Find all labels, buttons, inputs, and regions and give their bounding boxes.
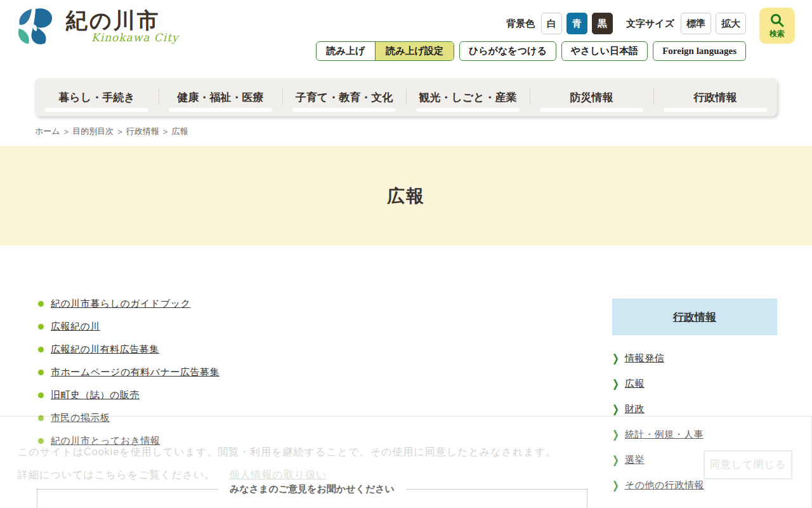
nav-underline <box>664 108 768 112</box>
list-item: 旧町史（誌）の販売 <box>38 391 219 400</box>
chevron-right-icon: ❯ <box>612 403 619 415</box>
list-item: ❯情報発信 <box>612 345 777 371</box>
bg-black-button[interactable]: 黒 <box>592 13 613 34</box>
cookie-message: このサイトはCookieを使用しています。閲覧・利用を継続することで、その使用に… <box>18 446 556 459</box>
nav-underline <box>169 108 273 112</box>
city-name: 紀の川市 <box>66 8 179 34</box>
accessibility-controls: 背景色 白 青 黒 文字サイズ 標準 拡大 <box>504 13 746 34</box>
sidebar-header[interactable]: 行政情報 <box>612 298 777 335</box>
search-button-label: 検索 <box>769 29 785 39</box>
easy-japanese-button[interactable]: やさしい日本語 <box>561 41 648 61</box>
title-banner: 広報 <box>0 146 812 246</box>
bullet-icon <box>38 392 44 398</box>
font-large-button[interactable]: 拡大 <box>716 13 746 34</box>
bg-white-button[interactable]: 白 <box>541 13 562 34</box>
nav-item-kenkou[interactable]: 健康・福祉・医療 <box>159 78 282 116</box>
nav-item-kurashi[interactable]: 暮らし・手続き <box>35 78 159 116</box>
font-standard-button[interactable]: 標準 <box>681 13 711 34</box>
site-header: 紀の川市 Kinokawa City 背景色 白 青 黒 文字サイズ 標準 拡大… <box>0 0 812 71</box>
search-icon <box>769 13 785 28</box>
read-aloud-group: 読み上げ 読み上げ設定 <box>316 41 454 61</box>
site-logo[interactable]: 紀の川市 Kinokawa City <box>13 8 179 48</box>
nav-item-gyousei[interactable]: 行政情報 <box>653 78 777 116</box>
link-paid-ads[interactable]: 広報紀の川有料広告募集 <box>51 344 159 356</box>
language-tools: 読み上げ 読み上げ設定 ひらがなをつける やさしい日本語 Foreign lan… <box>316 41 746 61</box>
sidebar-link-kouhou[interactable]: 広報 <box>625 378 645 390</box>
bullet-icon <box>38 301 44 307</box>
bullet-icon <box>38 370 44 375</box>
list-item: 広報紀の川有料広告募集 <box>38 345 219 354</box>
cookie-banner: このサイトはCookieを使用しています。閲覧・利用を継続することで、その使用に… <box>0 416 812 508</box>
page-title: 広報 <box>387 184 425 208</box>
search-button[interactable]: 検索 <box>759 8 795 44</box>
hiragana-button[interactable]: ひらがなをつける <box>459 41 556 61</box>
breadcrumb-gyousei[interactable]: 行政情報 <box>126 126 159 137</box>
list-item: 紀の川市暮らしのガイドブック <box>38 299 219 309</box>
breadcrumb-home[interactable]: ホーム <box>35 126 60 137</box>
list-item: ❯広報 <box>612 371 777 396</box>
nav-item-kosodate[interactable]: 子育て・教育・文化 <box>282 78 406 116</box>
nav-underline <box>540 108 644 112</box>
read-aloud-button[interactable]: 読み上げ <box>317 42 376 60</box>
background-color-label: 背景色 <box>506 18 535 30</box>
link-town-history[interactable]: 旧町史（誌）の販売 <box>51 389 140 401</box>
page: 紀の川市 Kinokawa City 背景色 白 青 黒 文字サイズ 標準 拡大… <box>0 0 812 508</box>
chevron-right-icon: ❯ <box>612 377 619 390</box>
list-item: 広報紀の川 <box>38 322 219 331</box>
cookie-detail: 詳細についてはこちらをご覧ください。個人情報の取り扱い <box>18 469 327 482</box>
font-size-label: 文字サイズ <box>626 18 674 30</box>
read-aloud-settings-button[interactable]: 読み上げ設定 <box>375 42 454 60</box>
bullet-icon <box>38 324 44 330</box>
bg-blue-button[interactable]: 青 <box>566 13 587 34</box>
city-name-english: Kinokawa City <box>91 31 179 44</box>
breadcrumb: ホーム > 目的別目次 > 行政情報 > 広報 <box>35 126 188 137</box>
sidebar-link-jouhou[interactable]: 情報発信 <box>625 352 664 364</box>
nav-underline <box>292 108 396 112</box>
privacy-policy-link[interactable]: 個人情報の取り扱い <box>229 469 327 480</box>
city-logo-icon <box>13 8 58 48</box>
sidebar-link-zaisei[interactable]: 財政 <box>625 403 645 415</box>
chevron-right-icon: ❯ <box>612 352 619 364</box>
breadcrumb-current: 広報 <box>171 126 188 137</box>
nav-item-bousai[interactable]: 防災情報 <box>530 78 653 116</box>
foreign-languages-button[interactable]: Foreign languages <box>653 41 746 61</box>
global-nav: 暮らし・手続き 健康・福祉・医療 子育て・教育・文化 観光・しごと・産業 防災情… <box>35 78 777 116</box>
logo-text: 紀の川市 Kinokawa City <box>66 8 179 44</box>
nav-underline <box>416 108 520 112</box>
sidebar-title[interactable]: 行政情報 <box>673 310 716 324</box>
link-guidebook[interactable]: 紀の川市暮らしのガイドブック <box>51 298 191 310</box>
link-kouhou-kinokawa[interactable]: 広報紀の川 <box>51 321 100 333</box>
breadcrumb-mokuteki[interactable]: 目的別目次 <box>72 126 114 137</box>
nav-item-kankou[interactable]: 観光・しごと・産業 <box>406 78 530 116</box>
nav-underline <box>45 108 149 112</box>
list-item: 市ホームページの有料バナー広告募集 <box>38 368 219 377</box>
cookie-accept-button[interactable]: 同意して閉じる <box>704 450 792 479</box>
bullet-icon <box>38 347 44 352</box>
link-banner-ads[interactable]: 市ホームページの有料バナー広告募集 <box>51 366 219 378</box>
